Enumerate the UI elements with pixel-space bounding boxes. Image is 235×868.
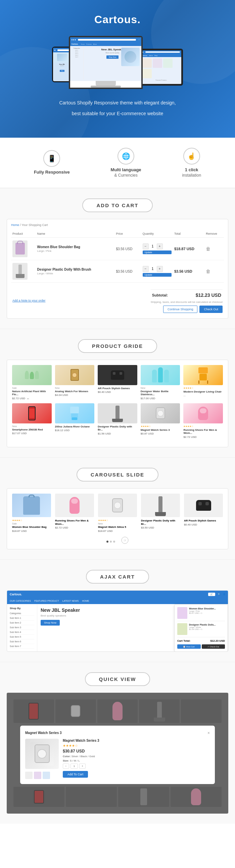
carousel-badge-label: CAROUSEL SLIDE [76, 468, 159, 482]
breadcrumb-home[interactable]: Home [11, 223, 19, 227]
cart-remove-2[interactable]: 🗑 [206, 269, 210, 274]
qty-minus-1[interactable]: − [143, 243, 149, 249]
qty-minus-2[interactable]: − [143, 266, 149, 272]
product-card-6[interactable]: New Smartphone 256GB Red $17.07 USD [12, 403, 52, 438]
quick-bg-bottom [13, 787, 222, 807]
carousel-dot-2[interactable] [110, 540, 112, 542]
quick-modal-close-btn[interactable]: × [207, 731, 210, 735]
carousel-img-2 [55, 494, 94, 517]
product-name-8: Designer Plastic Dolly with Br... [98, 425, 137, 432]
hero-section: Cartous. New JBL Speaker Shop [0, 0, 235, 138]
col-name: Name [36, 230, 115, 238]
hero-tagline-2: best suitable for your E-commerece websi… [7, 110, 228, 117]
product-card-2[interactable]: New Analog Watch For Women $4.04 USD [55, 365, 95, 400]
ajax-cart-item-info-2: Designer Plastic Dolls... Large / White … [189, 623, 225, 635]
carousel-section: CAROUSEL SLIDE ★★★★☆ Sale Women Blue Sho… [0, 457, 235, 559]
sidebar-item-6[interactable]: Sub Item 5 [10, 634, 34, 639]
product-img-6 [12, 403, 52, 424]
carousel-img-5 [184, 494, 223, 517]
carousel-card-1[interactable]: ★★★★☆ Sale Women Blue Shoulder Bag $18.8… [12, 494, 51, 532]
quick-modal-product-img [25, 739, 59, 769]
view-cart-button[interactable]: 📋 View Cart [177, 644, 201, 649]
cart-remove-1[interactable]: 🗑 [206, 246, 210, 251]
subtotal-label: Subtotal: [152, 293, 168, 297]
qty-update-btn-2[interactable]: Update [143, 273, 172, 277]
feature-install: ☝️ 1 click installation [182, 148, 201, 178]
cart-item-price-2: $3.56 USD [116, 270, 132, 273]
cart-product-img-1 [12, 241, 28, 257]
product-card-3[interactable]: AR Pouch Stylish Games $0.40 USD [98, 365, 137, 400]
qty-plus-1[interactable]: + [157, 243, 163, 249]
sidebar-item-1[interactable]: Categories [10, 611, 34, 616]
carousel-name-5: AR Pouch Stylish Games [184, 519, 223, 523]
product-card-5[interactable]: ★★★★☆ Modern Designer Living Chair ... [183, 365, 223, 400]
ajax-nav-news[interactable]: LATEST NEWS [62, 600, 79, 602]
ajax-nav-categories[interactable]: OUR CATEGORIES [10, 600, 31, 602]
ajax-cart-panel: Women Blue Shoulder... Large / Pink $3.8… [174, 604, 228, 652]
ajax-nav-featured[interactable]: FEATURED PRODUCT [34, 600, 59, 602]
sidebar-item-4[interactable]: Sub Item 3 [10, 625, 34, 630]
ajax-cart-item-price-1: $3.87 USD × 1 [189, 612, 225, 614]
product-price-10: $2.72 USD [183, 435, 223, 438]
features-row: 📱 Fully Responsive 🌐 Multi language & Cu… [13, 148, 222, 178]
quick-qty-plus[interactable]: + [79, 764, 86, 769]
qty-plus-2[interactable]: + [157, 266, 163, 272]
qty-update-btn-1[interactable]: Update [143, 250, 172, 254]
product-img-5 [183, 365, 223, 385]
carousel-dot-3[interactable] [113, 540, 115, 542]
carousel-card-2[interactable]: Running Shoes For Men & Wom... $2.72 USD [55, 494, 94, 532]
quick-modal-product-info: Magnet Watch Series 3 ★★★★☆ $30.87 USD C… [63, 739, 210, 779]
product-name-7: 200oz Juliana River Octane [55, 425, 95, 429]
features-section: 📱 Fully Responsive 🌐 Multi language & Cu… [0, 138, 235, 188]
ajax-cart-item-1: Women Blue Shoulder... Large / Pink $3.8… [177, 607, 225, 621]
feature-install-label: 1 click [182, 167, 201, 173]
product-price-4: $17.00 USD [141, 397, 180, 400]
carousel-price-1: $18.87 USD [12, 530, 51, 532]
carousel-card-4[interactable]: Designer Plastic Dolly with Br... $3.50 … [141, 494, 180, 532]
quick-badge: QUICK VIEW [7, 672, 228, 686]
ajax-account-icon[interactable]: 👤 [223, 593, 225, 595]
sidebar-item-3[interactable]: Sub Item 2 [10, 621, 34, 625]
quick-thumb-3[interactable] [43, 772, 50, 779]
stars-5: ★★★★☆ [183, 387, 223, 390]
product-card-7[interactable]: 200oz Juliana River Octane $18.12 USD [55, 403, 95, 438]
quick-qty-minus[interactable]: − [63, 764, 69, 769]
ajax-nav-home[interactable]: HOME [82, 600, 89, 602]
carousel-badge-1: Sale [12, 523, 51, 525]
cart-row-1: Women Blue Shoulder Bag Large / Pink $3.… [11, 238, 224, 260]
carousel-dot-1[interactable] [106, 540, 108, 542]
ajax-search-icon[interactable]: 🔍 [218, 593, 220, 595]
quick-thumb-1[interactable] [25, 772, 33, 779]
carousel-stars-3: ★★★★☆ [98, 519, 137, 522]
svg-text:☞: ☞ [124, 538, 127, 542]
product-card-1[interactable]: Sale Nature Artificial Plant With Flo...… [12, 365, 52, 400]
ajax-cart-item-img-1 [177, 607, 187, 619]
ajax-shop-now-btn[interactable]: Shop Now [41, 620, 60, 626]
product-card-10[interactable]: ★★★★☆ Running Shoes For Men & Wom... $2.… [183, 403, 223, 438]
sidebar-item-8[interactable]: Sub Item 7 [10, 644, 34, 649]
coupon-link[interactable]: Add a Note to your order [12, 299, 46, 302]
language-icon: 🌐 [118, 148, 134, 164]
ajax-cart-icon[interactable]: 🛒 [208, 593, 215, 596]
sidebar-item-5[interactable]: Sub Item 4 [10, 630, 34, 634]
check-out-button[interactable]: ✓ Check Out [202, 644, 225, 649]
desktop-base [91, 86, 121, 88]
carousel-price-5: $0.40 USD [184, 523, 223, 526]
quick-add-to-cart-btn[interactable]: Add To Cart [63, 771, 88, 778]
quick-badge-label: QUICK VIEW [85, 672, 150, 686]
ajax-main: New JBL Speaker Best quality speakers Sh… [37, 604, 228, 651]
carousel-card-3[interactable]: ★★★★☆ New Magnet Watch Silica 5 $18.87 U… [98, 494, 137, 532]
product-card-8[interactable]: Designer Plastic Dolly with Br... $1.56 … [98, 403, 137, 438]
product-card-9[interactable]: ★★★★☆ Magnet Watch Series 3 $0.87 USD [141, 403, 180, 438]
cart-actions: Continue Shopping Check Out [151, 306, 223, 313]
quick-thumb-2[interactable] [34, 772, 41, 779]
sidebar-item-2[interactable]: Sub Item 1 [10, 616, 34, 621]
checkout-button[interactable]: Check Out [199, 306, 223, 313]
sidebar-item-7[interactable]: Sub Item 6 [10, 639, 34, 644]
product-card-4[interactable]: New Designer Water Bottle Stainless... $… [141, 365, 180, 400]
continue-shopping-button[interactable]: Continue Shopping [163, 306, 198, 313]
carousel-img-3 [98, 494, 137, 517]
ajax-logo: Cartous. [10, 593, 22, 596]
carousel-card-5[interactable]: AR Pouch Stylish Games $0.40 USD [184, 494, 223, 532]
subtotal-amount: $12.23 USD [196, 292, 221, 298]
